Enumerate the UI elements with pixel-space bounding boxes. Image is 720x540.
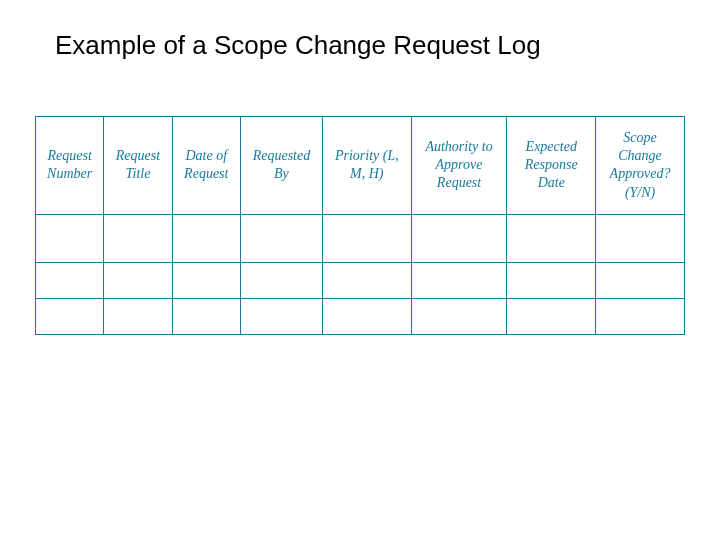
table-row bbox=[36, 298, 685, 334]
cell bbox=[411, 262, 507, 298]
scope-change-log-table: Request Number Request Title Date of Req… bbox=[35, 116, 685, 335]
table-header-row: Request Number Request Title Date of Req… bbox=[36, 117, 685, 215]
header-scope-change-approved: Scope Change Approved? (Y/N) bbox=[596, 117, 685, 215]
cell bbox=[596, 298, 685, 334]
cell bbox=[322, 214, 411, 262]
header-date-of-request: Date of Request bbox=[172, 117, 240, 215]
cell bbox=[104, 214, 172, 262]
cell bbox=[411, 214, 507, 262]
table-row bbox=[36, 214, 685, 262]
cell bbox=[172, 214, 240, 262]
cell bbox=[507, 298, 596, 334]
cell bbox=[104, 298, 172, 334]
cell bbox=[596, 262, 685, 298]
header-authority-to-approve: Authority to Approve Request bbox=[411, 117, 507, 215]
cell bbox=[36, 298, 104, 334]
cell bbox=[240, 298, 322, 334]
cell bbox=[322, 298, 411, 334]
header-priority: Priority (L, M, H) bbox=[322, 117, 411, 215]
table-row bbox=[36, 262, 685, 298]
cell bbox=[507, 214, 596, 262]
cell bbox=[507, 262, 596, 298]
header-request-number: Request Number bbox=[36, 117, 104, 215]
cell bbox=[240, 262, 322, 298]
cell bbox=[104, 262, 172, 298]
header-expected-response-date: Expected Response Date bbox=[507, 117, 596, 215]
cell bbox=[172, 262, 240, 298]
cell bbox=[322, 262, 411, 298]
header-requested-by: Requested By bbox=[240, 117, 322, 215]
cell bbox=[411, 298, 507, 334]
page-title: Example of a Scope Change Request Log bbox=[35, 30, 685, 61]
cell bbox=[240, 214, 322, 262]
cell bbox=[36, 214, 104, 262]
cell bbox=[36, 262, 104, 298]
cell bbox=[172, 298, 240, 334]
cell bbox=[596, 214, 685, 262]
header-request-title: Request Title bbox=[104, 117, 172, 215]
